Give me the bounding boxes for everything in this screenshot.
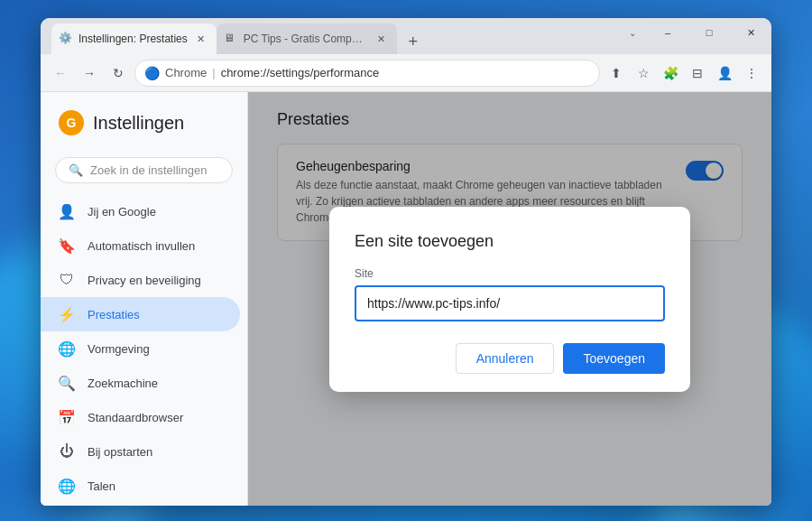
window-controls: ⌄ – □ ✕ [618,18,771,47]
dialog-title: Een site toevoegen [355,232,665,251]
search-icon: 🔍 [69,163,83,177]
sidebar-item-label: Jij en Google [88,205,156,219]
tab-settings[interactable]: ⚙️ Instellingen: Prestaties ✕ [51,23,217,54]
split-view-icon[interactable]: ⊟ [685,60,710,86]
close-button[interactable]: ✕ [730,18,771,47]
startup-icon: ⏻ [59,443,75,460]
settings-title: G Instellingen [41,107,247,150]
sidebar-item-vormgeving[interactable]: 🌐 Vormgeving [41,331,240,366]
sidebar-item-standaardbrowser[interactable]: 📅 Standaardbrowser [41,400,240,434]
profile-icon[interactable]: 👤 [712,60,737,86]
sidebar-item-label: Automatisch invullen [88,239,195,253]
menu-icon[interactable]: ⋮ [739,60,764,86]
tab-pctips[interactable]: 🖥 PC Tips - Gratis Computer Tips... ✕ [217,23,397,54]
settings-search-box[interactable]: 🔍 Zoek in de instellingen [55,157,233,183]
tab-settings-favicon: ⚙️ [59,32,73,46]
person-icon: 👤 [59,203,75,219]
main-content: Prestaties Geheugenbesparing Als deze fu… [248,92,771,506]
sidebar-item-label: Bij opstarten [88,445,152,459]
share-icon[interactable]: ⬆ [604,60,629,86]
tab-pctips-title: PC Tips - Gratis Computer Tips... [244,33,368,45]
search-engine-icon: 🔍 [59,375,75,391]
tab-settings-close[interactable]: ✕ [193,31,209,47]
sidebar-item-talen[interactable]: 🌐 Talen [41,469,240,503]
url-separator: | [212,66,215,79]
site-url-input[interactable] [355,285,665,321]
bookmark-icon[interactable]: ☆ [631,60,656,86]
dialog-overlay: Een site toevoegen Site Annuleren Toevoe… [248,92,771,506]
browser-toolbar-icons: ⬆ ☆ 🧩 ⊟ 👤 ⋮ [604,60,764,86]
appearance-icon: 🌐 [59,340,75,357]
forward-button[interactable]: → [77,60,102,86]
sidebar-item-bij-opstarten[interactable]: ⏻ Bij opstarten [41,434,240,469]
sidebar-search-container: 🔍 Zoek in de instellingen [41,150,247,194]
settings-title-text: Instellingen [93,113,184,134]
sidebar-item-label: Standaardbrowser [88,411,183,424]
sidebar-item-downloads[interactable]: ⬇ Downloads [41,503,240,506]
sidebar-item-label: Vormgeving [88,342,150,356]
tab-pctips-close[interactable]: ✕ [374,31,390,47]
chrome-logo-icon: 🔵 [144,66,160,80]
cancel-button[interactable]: Annuleren [456,343,555,374]
sidebar-item-zoekmachine[interactable]: 🔍 Zoekmachine [41,366,240,400]
sidebar-item-label: Privacy en beveiliging [88,274,201,287]
sidebar: G Instellingen 🔍 Zoek in de instellingen… [41,92,248,506]
content-area: G Instellingen 🔍 Zoek in de instellingen… [41,92,771,506]
refresh-button[interactable]: ↻ [106,60,131,86]
shield-icon: 🛡 [59,272,75,288]
autofill-icon: 🔖 [59,237,75,254]
sidebar-item-jij-google[interactable]: 👤 Jij en Google [41,194,240,228]
address-bar: ← → ↻ 🔵 Chrome | chrome://settings/perfo… [41,54,771,92]
sidebar-item-label: Zoekmachine [88,377,158,390]
add-site-dialog: Een site toevoegen Site Annuleren Toevoe… [329,207,690,392]
minimize-button[interactable]: – [647,18,688,47]
avatar: G [59,110,84,135]
sidebar-item-automatisch-invullen[interactable]: 🔖 Automatisch invullen [41,228,240,263]
chevron-down-icon[interactable]: ⌄ [618,18,647,47]
add-button[interactable]: Toevoegen [563,343,665,374]
dialog-buttons: Annuleren Toevoegen [355,343,665,374]
default-browser-icon: 📅 [59,409,75,425]
new-tab-button[interactable]: + [401,29,426,54]
dialog-field-label: Site [355,267,665,280]
sidebar-item-privacy-beveiliging[interactable]: 🛡 Privacy en beveiliging [41,263,240,297]
sidebar-item-label: Prestaties [88,308,140,321]
languages-icon: 🌐 [59,478,75,494]
search-placeholder: Zoek in de instellingen [90,163,207,177]
chrome-label: Chrome [165,66,207,79]
extensions-icon[interactable]: 🧩 [658,60,683,86]
title-bar: ⚙️ Instellingen: Prestaties ✕ 🖥 PC Tips … [41,18,771,54]
url-text: chrome://settings/performance [221,66,590,79]
tab-settings-title: Instellingen: Prestaties [78,33,188,45]
browser-window: ⚙️ Instellingen: Prestaties ✕ 🖥 PC Tips … [41,18,771,506]
performance-icon: ⚡ [59,306,75,322]
tab-pctips-favicon: 🖥 [224,32,238,46]
maximize-button[interactable]: □ [688,18,730,47]
sidebar-item-label: Talen [88,479,115,493]
back-button[interactable]: ← [48,60,73,86]
url-bar[interactable]: 🔵 Chrome | chrome://settings/performance [134,60,600,87]
sidebar-item-prestaties[interactable]: ⚡ Prestaties [41,297,240,331]
tabs-area: ⚙️ Instellingen: Prestaties ✕ 🖥 PC Tips … [48,18,426,54]
